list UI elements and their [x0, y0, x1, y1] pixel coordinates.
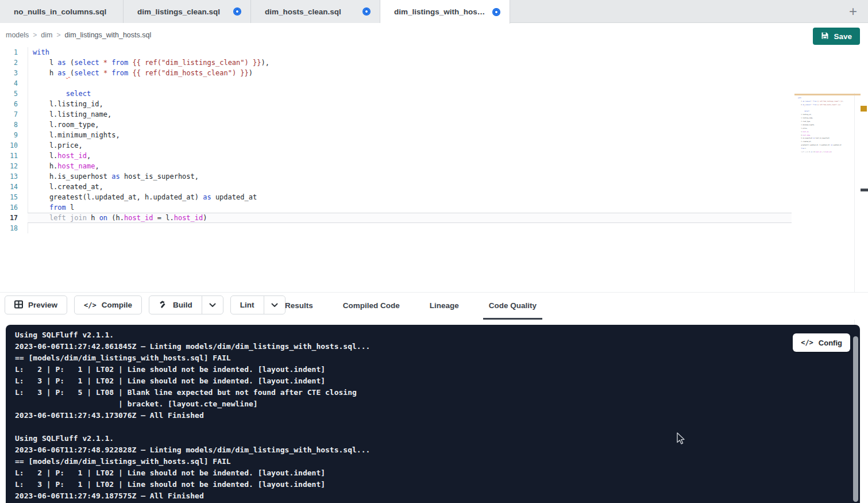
line-number: 11: [0, 151, 23, 161]
terminal-line: L: 3 | P: 1 | LT02 | Line should not be …: [15, 479, 370, 490]
code-line[interactable]: l.host_id,: [28, 151, 797, 161]
code-line[interactable]: [28, 223, 797, 233]
editor-tab[interactable]: dim_hosts_clean.sql: [251, 0, 380, 23]
line-number: 14: [0, 182, 23, 192]
code-line[interactable]: [28, 78, 797, 89]
breadcrumb-separator-icon: >: [33, 31, 37, 39]
code-line[interactable]: l.created_at,: [28, 182, 797, 192]
tab-label: dim_listings_clean.sql: [137, 7, 220, 16]
preview-grid-icon: [14, 300, 23, 310]
editor-tab[interactable]: dim_listings_clean.sql: [124, 0, 251, 23]
code-line[interactable]: l.price,: [28, 140, 797, 151]
build-button[interactable]: Build: [149, 296, 202, 314]
panel-tab-compiled-code[interactable]: Compiled Code: [337, 293, 406, 320]
line-number: 13: [0, 171, 23, 182]
terminal-line: Using SQLFluff v2.1.1.: [15, 433, 370, 444]
tab-label: dim_listings_with_hosts.sql: [394, 7, 487, 16]
save-button-label: Save: [834, 32, 852, 41]
panel-tab-lineage[interactable]: Lineage: [424, 293, 465, 320]
terminal-line: 2023-06-06T11:27:43.173076Z — All Finish…: [15, 410, 370, 421]
line-number: 3: [0, 68, 23, 78]
minimap[interactable]: with l as (select * from {{ ref("dim_lis…: [798, 96, 855, 165]
new-tab-button[interactable]: +: [843, 0, 863, 23]
line-number: 18: [0, 223, 23, 233]
code-line[interactable]: l.listing_name,: [28, 109, 797, 120]
line-number: 16: [0, 202, 23, 213]
line-number: 10: [0, 140, 23, 151]
line-number-gutter: 123456789101112131415161718: [0, 47, 23, 233]
panel-tab-code-quality[interactable]: Code Quality: [483, 293, 542, 320]
terminal-line: L: 3 | P: 5 | LT08 | Blank line expected…: [15, 387, 370, 398]
unsaved-changes-icon: [492, 8, 500, 16]
breadcrumb-item[interactable]: dim: [41, 31, 52, 39]
terminal-panel: Using SQLFluff v2.1.1.2023-06-06T11:27:4…: [6, 325, 860, 503]
tab-bar-tabs: no_nulls_in_columns.sqldim_listings_clea…: [0, 0, 510, 23]
action-toolbar: Preview </> Compile Build: [0, 292, 868, 320]
terminal-line: 2023-06-06T11:27:48.922828Z — Linting mo…: [15, 444, 370, 456]
code-line[interactable]: l.minimum_nights,: [28, 130, 797, 140]
line-number: 7: [0, 109, 23, 120]
tab-label: no_nulls_in_columns.sql: [14, 7, 106, 16]
hammer-icon: [159, 300, 168, 310]
dbt-ide-window: no_nulls_in_columns.sqldim_listings_clea…: [0, 0, 868, 503]
code-line[interactable]: h.is_superhost as host_is_superhost,: [28, 171, 797, 182]
file-tab-bar: no_nulls_in_columns.sqldim_listings_clea…: [0, 0, 868, 23]
code-line[interactable]: l.room_type,: [28, 120, 797, 130]
code-editor[interactable]: 123456789101112131415161718 with l as (s…: [0, 46, 868, 292]
code-line: [798, 153, 855, 157]
preview-button[interactable]: Preview: [5, 295, 67, 314]
code-brackets-icon: </>: [801, 339, 813, 347]
editor-header: models>dim>dim_listings_with_hosts.sql S…: [0, 24, 868, 46]
terminal-line: Using SQLFluff v2.1.1.: [15, 329, 370, 341]
editor-tab[interactable]: dim_listings_with_hosts.sql: [380, 0, 510, 24]
line-number: 5: [0, 89, 23, 99]
terminal-scrollbar[interactable]: [853, 336, 858, 502]
code-line[interactable]: l.listing_id,: [28, 99, 797, 109]
code-line[interactable]: l as (select * from {{ ref("dim_listings…: [28, 57, 797, 68]
line-number: 1: [0, 47, 23, 57]
terminal-line: L: 2 | P: 1 | LT02 | Line should not be …: [15, 364, 370, 375]
build-dropdown-button[interactable]: [202, 296, 223, 314]
chevron-down-icon: [271, 301, 278, 309]
preview-button-label: Preview: [28, 301, 57, 309]
code-lines[interactable]: with l as (select * from {{ ref("dim_lis…: [28, 47, 797, 233]
overview-scroll-marker[interactable]: [861, 189, 868, 191]
compile-button[interactable]: </> Compile: [74, 295, 142, 314]
line-number: 2: [0, 57, 23, 68]
line-number: 17: [0, 213, 23, 223]
code-line[interactable]: with: [28, 47, 797, 57]
unsaved-changes-icon: [233, 7, 241, 16]
save-button[interactable]: Save: [813, 28, 860, 45]
line-number: 8: [0, 120, 23, 130]
panel-tab-results[interactable]: Results: [279, 293, 319, 320]
terminal-line: L: 2 | P: 1 | LT02 | Line should not be …: [15, 467, 370, 479]
build-button-label: Build: [173, 301, 192, 309]
code-line[interactable]: greatest(l.updated_at, h.updated_at) as …: [28, 192, 797, 202]
terminal-line: [15, 421, 370, 433]
code-line[interactable]: h as (select * from {{ ref("dim_hosts_cl…: [28, 68, 797, 78]
code-line[interactable]: h.host_name,: [28, 161, 797, 171]
breadcrumb-item[interactable]: models: [6, 31, 29, 39]
code-line[interactable]: from l: [28, 202, 797, 213]
result-panel-tabs: ResultsCompiled CodeLineageCode Quality: [279, 293, 542, 320]
code-brackets-icon: </>: [84, 301, 97, 309]
line-number: 12: [0, 161, 23, 171]
code-line[interactable]: left join h on (h.host_id = l.host_id): [28, 213, 797, 223]
lint-button-label: Lint: [240, 301, 254, 309]
minimap-lint-highlight: [794, 94, 861, 95]
overview-warning-marker: [861, 106, 867, 112]
line-number: 6: [0, 99, 23, 109]
terminal-line: L: 3 | P: 1 | LT02 | Line should not be …: [15, 375, 370, 387]
lint-button[interactable]: Lint: [231, 296, 264, 314]
chevron-down-icon: [209, 301, 216, 309]
code-line[interactable]: select: [28, 89, 797, 99]
breadcrumb-item[interactable]: dim_listings_with_hosts.sql: [64, 31, 151, 39]
tab-label: dim_hosts_clean.sql: [265, 7, 341, 16]
config-button[interactable]: </> Config: [793, 333, 850, 352]
breadcrumb: models>dim>dim_listings_with_hosts.sql: [6, 24, 151, 46]
editor-tab[interactable]: no_nulls_in_columns.sql: [0, 0, 124, 23]
terminal-line: 2023-06-06T11:27:49.187575Z — All Finish…: [15, 490, 370, 502]
terminal-line: | bracket. [layout.cte_newline]: [15, 398, 370, 410]
breadcrumb-separator-icon: >: [56, 31, 60, 39]
minimap-code: with l as (select * from {{ ref("dim_lis…: [798, 96, 855, 157]
